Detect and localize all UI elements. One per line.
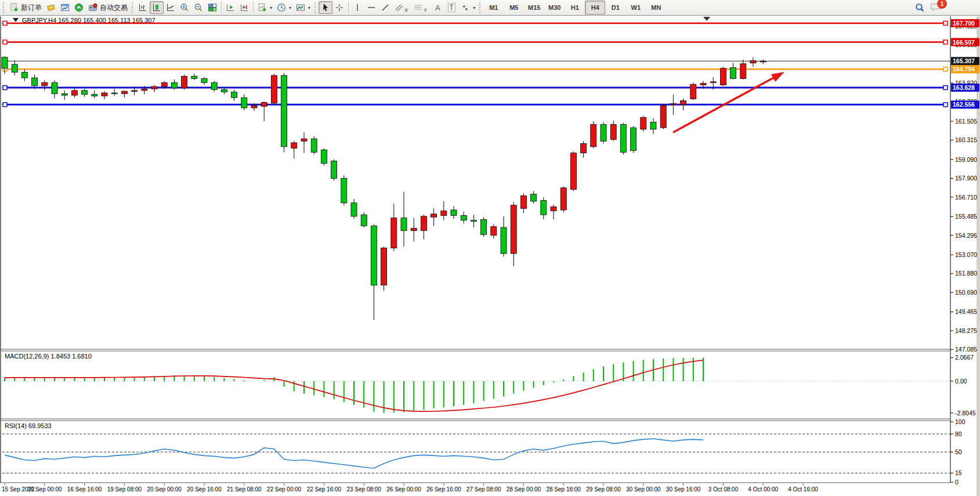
candle-body — [421, 216, 426, 231]
zoom-out-button[interactable] — [191, 1, 205, 14]
date-axis-label: 19 Sep 08:00 — [107, 486, 142, 493]
chat-button[interactable]: 1 — [931, 2, 942, 14]
date-axis-label: 20 Sep 00:00 — [147, 486, 182, 493]
timeframe-button-M1[interactable]: M1 — [483, 1, 504, 15]
candle-body — [82, 90, 88, 95]
candle-body — [182, 76, 187, 88]
timeframe-button-W1[interactable]: W1 — [625, 1, 646, 15]
timeframe-button-MN[interactable]: MN — [646, 1, 666, 15]
candle-body — [21, 73, 27, 78]
candle-body — [311, 139, 317, 152]
candle-body — [710, 82, 716, 83]
candle-body — [52, 82, 57, 93]
chart-shift-button[interactable] — [237, 1, 251, 14]
candle-body — [481, 219, 487, 234]
candle-body — [391, 218, 397, 248]
toolbar-grip[interactable] — [132, 2, 133, 13]
cursor-tool-button[interactable] — [319, 1, 332, 14]
indicators-button[interactable]: ▾ — [255, 1, 274, 14]
quotes-button[interactable] — [44, 1, 58, 14]
candlestick-chart-icon — [152, 3, 161, 12]
timeframe-button-M5[interactable]: M5 — [504, 1, 524, 15]
hline-handle[interactable] — [943, 21, 948, 25]
fibonacci-icon — [414, 3, 423, 12]
hline-handle[interactable] — [3, 86, 7, 90]
arrows-tool-button[interactable]: ▾ — [458, 1, 478, 14]
toolbar: 新订单 自动交易 ▾ ▾ — [0, 0, 980, 16]
trend-arrow-head[interactable] — [771, 72, 784, 82]
price-axis-tick-label: 157.900 — [955, 175, 977, 182]
text-tool-button[interactable]: A — [431, 1, 444, 14]
candle-body — [251, 106, 257, 108]
hline-handle[interactable] — [943, 86, 948, 90]
channel-sub-label: E — [405, 8, 408, 13]
candle-body — [720, 68, 726, 85]
macd-axis-tick-label: 2.0667 — [955, 354, 974, 361]
timeframe-button-M15[interactable]: M15 — [524, 1, 544, 15]
candle-body — [241, 97, 247, 108]
candle-body — [191, 76, 197, 78]
vertical-line-tool-button[interactable] — [350, 1, 364, 14]
hline-handle[interactable] — [3, 40, 7, 44]
horizontal-line-icon — [367, 3, 376, 12]
crosshair-tool-button[interactable] — [332, 1, 346, 14]
autotrade-button[interactable]: 自动交易 — [86, 1, 130, 14]
candle-body — [581, 143, 587, 153]
timeframe-button-H4[interactable]: H4 — [585, 1, 605, 15]
toolbar-grip[interactable] — [3, 2, 4, 13]
date-axis-label: 23 Sep 08:00 — [346, 486, 381, 493]
candle-body — [201, 78, 207, 82]
tile-windows-icon — [208, 3, 217, 12]
hline-handle[interactable] — [3, 21, 7, 25]
autotrade-icon — [88, 3, 97, 12]
timeframe-button-H1[interactable]: H1 — [565, 1, 585, 15]
timeframe-button-D1[interactable]: D1 — [605, 1, 625, 15]
hline-handle[interactable] — [943, 67, 948, 71]
trendline-tool-button[interactable] — [378, 1, 392, 14]
auto-scroll-button[interactable] — [223, 1, 237, 14]
periods-button[interactable]: ▾ — [274, 1, 294, 14]
candle-body — [261, 102, 267, 106]
candle-body — [560, 188, 566, 210]
clock-icon — [277, 3, 286, 12]
tile-windows-button[interactable] — [205, 1, 219, 14]
chart-canvas[interactable]: 167.525166.335165.110163.920162.730161.5… — [0, 0, 980, 496]
candle-body — [361, 215, 367, 226]
candle-body — [471, 220, 476, 222]
hline-handle[interactable] — [943, 40, 948, 44]
date-axis-label: 20 Sep 16:00 — [187, 486, 222, 493]
macd-axis-tick-label: -2.8045 — [955, 410, 976, 417]
chart-shift-marker-icon[interactable] — [703, 17, 710, 21]
timeframe-group: M1M5M15M30H1H4D1W1MN — [483, 1, 666, 15]
date-axis-label: 3 Oct 08:00 — [708, 486, 739, 493]
date-axis-label: 27 Sep 08:00 — [467, 486, 501, 493]
autotrade-label: 自动交易 — [100, 3, 128, 13]
timeframe-button-M30[interactable]: M30 — [544, 1, 565, 15]
toolbar-grip[interactable] — [479, 2, 480, 13]
date-axis-label: 26 Sep 16:00 — [426, 486, 461, 493]
chevron-down-icon: ▾ — [270, 5, 272, 10]
fibonacci-tool-button[interactable]: F — [411, 1, 431, 14]
bar-chart-button[interactable] — [136, 1, 150, 14]
hline-handle[interactable] — [3, 103, 7, 107]
hline-handle[interactable] — [943, 103, 948, 107]
search-icon[interactable] — [915, 3, 925, 13]
new-order-button[interactable]: 新订单 — [7, 1, 44, 14]
text-label-tool-button[interactable]: T — [444, 1, 458, 14]
horizontal-line-tool-button[interactable] — [364, 1, 378, 14]
candle-body — [232, 92, 237, 98]
candlestick-chart-button[interactable] — [150, 1, 164, 14]
candle-body — [700, 84, 706, 85]
toolbar-grip[interactable] — [314, 2, 316, 13]
channel-tool-button[interactable]: E — [392, 1, 411, 14]
templates-button[interactable]: ▾ — [294, 1, 313, 14]
community-button[interactable] — [72, 1, 86, 14]
candle-body — [2, 57, 8, 68]
candle-body — [341, 178, 347, 202]
line-chart-button[interactable] — [164, 1, 178, 14]
price-axis-tick-label: 151.880 — [955, 270, 977, 277]
zoom-in-button[interactable] — [178, 1, 191, 14]
charts-window-button[interactable] — [58, 1, 72, 14]
candle-body — [631, 128, 637, 151]
price-axis-tick-label: 153.070 — [955, 251, 977, 258]
